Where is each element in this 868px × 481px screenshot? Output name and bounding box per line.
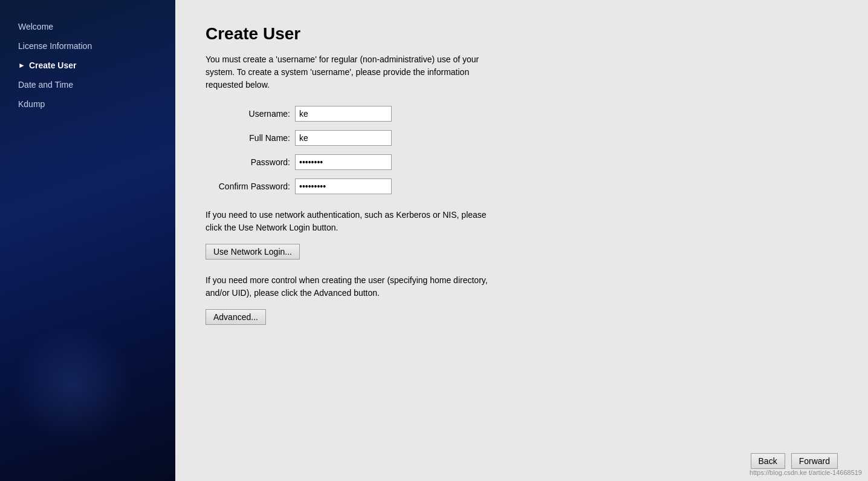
sidebar-item-label: Date and Time	[18, 80, 73, 90]
bottom-url: https://blog.csdn.ke t/article-14668519	[750, 469, 862, 476]
sidebar-item-label: License Information	[18, 41, 92, 51]
fullname-label: Full Name:	[206, 133, 290, 143]
network-description: If you need to use network authenticatio…	[206, 209, 490, 234]
forward-button[interactable]: Forward	[791, 453, 838, 469]
advanced-description: If you need more control when creating t…	[206, 274, 490, 299]
intro-description: You must create a 'username' for regular…	[206, 53, 508, 91]
sidebar: Welcome License Information ► Create Use…	[0, 0, 175, 481]
username-label: Username:	[206, 109, 290, 119]
page-title: Create User	[206, 24, 838, 44]
sidebar-item-create-user[interactable]: ► Create User	[12, 57, 175, 74]
use-network-login-button[interactable]: Use Network Login...	[206, 244, 300, 260]
bottom-bar: Back Forward	[751, 453, 838, 469]
sidebar-nav: Welcome License Information ► Create Use…	[12, 18, 175, 113]
user-form: Username: Full Name: Password: Confirm P…	[206, 106, 838, 194]
fullname-row: Full Name:	[206, 130, 838, 146]
sidebar-item-label: Welcome	[18, 22, 53, 31]
sidebar-item-date-and-time[interactable]: Date and Time	[12, 76, 175, 93]
confirm-password-row: Confirm Password:	[206, 178, 838, 194]
active-arrow-icon: ►	[18, 61, 25, 70]
sidebar-item-license-information[interactable]: License Information	[12, 38, 175, 54]
sidebar-item-welcome[interactable]: Welcome	[12, 18, 175, 35]
content-area: Create User You must create a 'username'…	[175, 0, 868, 481]
confirm-password-input[interactable]	[295, 178, 392, 194]
confirm-password-label: Confirm Password:	[206, 182, 290, 191]
advanced-button[interactable]: Advanced...	[206, 309, 266, 325]
username-row: Username:	[206, 106, 838, 122]
password-label: Password:	[206, 157, 290, 167]
back-button[interactable]: Back	[751, 453, 785, 469]
password-input[interactable]	[295, 154, 392, 170]
password-row: Password:	[206, 154, 838, 170]
username-input[interactable]	[295, 106, 392, 122]
fullname-input[interactable]	[295, 130, 392, 146]
sidebar-item-label: Kdump	[18, 99, 45, 109]
sidebar-item-kdump[interactable]: Kdump	[12, 96, 175, 113]
sidebar-item-label: Create User	[29, 61, 77, 70]
